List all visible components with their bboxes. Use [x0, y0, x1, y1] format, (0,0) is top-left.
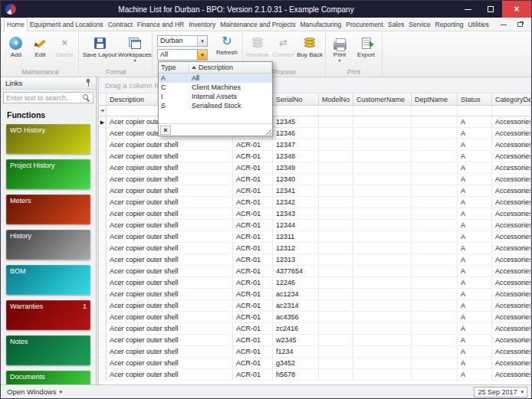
table-row[interactable]: Acer copier outer shellACR-01f1234AAcces… — [99, 346, 531, 358]
export-button[interactable]: Export — [353, 34, 379, 59]
tab-maintenance-and-projects[interactable]: Maintenance and Projects — [218, 18, 297, 31]
type-option-s[interactable]: SSerialised Stock — [159, 101, 272, 110]
function-documents[interactable]: Documents — [6, 371, 90, 384]
type-option-i[interactable]: IInternal Assets — [159, 92, 272, 101]
table-row[interactable]: Acer copier outer shellACR-0112312AAcces… — [99, 243, 531, 254]
table-row[interactable]: Acer copier outer shellACR-0112341AAcces… — [99, 185, 531, 197]
site-combo-arrow-icon[interactable]: ▾ — [197, 36, 207, 46]
clear-filter-button[interactable]: × — [160, 126, 171, 135]
functions-section-label: Functions — [1, 105, 96, 124]
type-option-c[interactable]: CClient Machines — [159, 83, 272, 92]
function-wo-history[interactable]: WO History — [6, 124, 90, 154]
revalue-button[interactable]: Revalue — [245, 34, 270, 59]
table-row[interactable]: Acer copier outer shellACR-01ac2314AAcce… — [99, 300, 531, 312]
tab-home[interactable]: Home — [4, 18, 28, 31]
table-row[interactable]: Acer copier outer shellACR-0112311AAcces… — [99, 231, 531, 243]
table-row[interactable]: Acer copier outer shellACR-0112347AAcces… — [99, 139, 531, 151]
type-combo-arrow-icon[interactable]: ▾ — [197, 50, 207, 60]
sort-icon — [192, 66, 196, 69]
function-bom[interactable]: BOM — [6, 265, 90, 295]
tab-manufacturing[interactable]: Manufacturing — [297, 18, 343, 31]
mdi-minimize-button[interactable] — [499, 20, 508, 29]
print-button[interactable]: Print ▾ — [328, 34, 351, 63]
type-option-description: All — [189, 74, 272, 83]
tab-service[interactable]: Service — [406, 18, 432, 31]
site-combo[interactable]: Durban ▾ — [157, 35, 208, 47]
column-header-deptname[interactable]: DeptName — [412, 93, 458, 106]
open-windows-button[interactable]: Open Windows ▾ — [1, 385, 68, 398]
table-row[interactable]: Acer copier outer shellACR-0112344AAcces… — [99, 220, 531, 231]
column-header-customername[interactable]: CustomerName — [353, 93, 412, 106]
table-row[interactable]: Acer copier outer shellACR-0112340AAcces… — [99, 174, 531, 185]
grid-cell: 12246 — [273, 277, 319, 289]
tab-procurement[interactable]: Procurement — [343, 18, 386, 31]
function-warranties[interactable]: Warranties1 — [6, 300, 90, 330]
tab-inventory[interactable]: Inventory — [186, 18, 218, 31]
table-row[interactable]: Acer copier outer shellACR-01g3452AAcces… — [99, 358, 531, 369]
table-row[interactable]: Acer copier outer shellACR-0112349AAcces… — [99, 162, 531, 174]
function-history[interactable]: History — [6, 230, 90, 260]
table-row[interactable]: Acer copier outer shellACR-0112348AAcces… — [99, 151, 531, 162]
date-picker[interactable]: 25 Sep 2017 ▾ — [474, 387, 527, 397]
function-meters[interactable]: Meters — [6, 195, 90, 224]
save-layout-button[interactable]: Save Layout — [83, 34, 117, 59]
table-row[interactable]: Acer copier outer shellACR-0112246AAcces… — [99, 277, 531, 289]
tab-reporting[interactable]: Reporting — [433, 18, 466, 31]
close-button[interactable]: × — [502, 1, 531, 18]
column-header-modelno[interactable]: ModelNo — [319, 93, 353, 106]
table-row[interactable]: Acer copier outer shellACR-01ac4356AAcce… — [99, 312, 531, 323]
resize-grip-icon[interactable] — [264, 127, 271, 135]
dropdown-column-type[interactable]: Type — [159, 62, 189, 73]
filter-cell[interactable] — [458, 106, 492, 116]
tab-finance-and-hr[interactable]: Finance and HR — [135, 18, 186, 31]
maximize-button[interactable] — [479, 1, 502, 18]
table-row[interactable]: Acer copier outer shellACR-01h5678AAcces… — [99, 369, 531, 381]
column-header-categorydesc[interactable]: CategoryDesc — [492, 93, 531, 106]
workspaces-button[interactable]: Workspaces ▾ — [118, 34, 152, 63]
function-project-history[interactable]: Project History — [6, 159, 90, 189]
search-input[interactable] — [4, 94, 83, 102]
tab-contract[interactable]: Contract — [106, 18, 135, 31]
row-indicator-cell — [99, 254, 107, 266]
column-header-status[interactable]: Status — [458, 93, 492, 106]
type-option-a[interactable]: AAll — [159, 74, 272, 83]
edit-button[interactable]: Edit — [29, 34, 52, 59]
table-row[interactable]: Acer copier outer shellACR-0112342AAcces… — [99, 197, 531, 208]
grid-cell: ACR-01 — [233, 254, 273, 266]
function-notes[interactable]: Notes — [6, 335, 90, 365]
date-value: 25 Sep 2017 — [478, 388, 517, 396]
tab-sales[interactable]: Sales — [386, 18, 406, 31]
filter-cell[interactable] — [319, 106, 353, 116]
minimize-button[interactable] — [456, 1, 479, 18]
grid-cell: ac2314 — [273, 300, 319, 312]
ribbon-group-maintenance: + Add Edit × Delete Maintenance — [2, 32, 79, 76]
filter-cell[interactable] — [412, 106, 458, 116]
grid-cell: Accessories — [492, 323, 531, 335]
filter-indicator-cell — [99, 106, 107, 116]
grid-cell: A — [458, 312, 492, 323]
convert-button[interactable]: ⇄ Convert — [271, 34, 296, 59]
add-button[interactable]: + Add — [5, 34, 28, 59]
filter-cell[interactable] — [273, 106, 319, 116]
filter-cell[interactable] — [492, 106, 531, 116]
pin-icon[interactable] — [85, 79, 91, 87]
table-row[interactable]: Acer copier outer shellACR-0112343AAcces… — [99, 208, 531, 220]
tab-utilities[interactable]: Utilities — [465, 18, 491, 31]
mdi-restore-button[interactable] — [515, 20, 524, 29]
table-row[interactable]: Acer copier outer shellACR-014377654AAcc… — [99, 266, 531, 277]
buy-back-button[interactable]: Buy Back — [297, 34, 323, 59]
type-combo[interactable]: All ▾ — [157, 49, 208, 61]
grid-cell: Acer copier outer shell — [107, 197, 233, 208]
table-row[interactable]: Acer copier outer shellACR-01ac1234AAcce… — [99, 289, 531, 300]
table-row[interactable]: Acer copier outer shellACR-01zc2416AAcce… — [99, 323, 531, 335]
table-row[interactable]: Acer copier outer shellACR-01w2345AAcces… — [99, 335, 531, 346]
grid-cell: ACR-01 — [233, 289, 273, 300]
tab-equipment-and-locations[interactable]: Equipment and Locations — [28, 18, 106, 31]
maximize-icon — [488, 6, 494, 12]
column-header-serialno[interactable]: SerialNo — [273, 93, 319, 106]
delete-button[interactable]: × Delete — [53, 34, 76, 59]
table-row[interactable]: Acer copier outer shellACR-0112313AAcces… — [99, 254, 531, 266]
filter-cell[interactable] — [353, 106, 412, 116]
dropdown-column-description[interactable]: Description — [189, 62, 272, 73]
mdi-restore-icon — [517, 22, 523, 27]
